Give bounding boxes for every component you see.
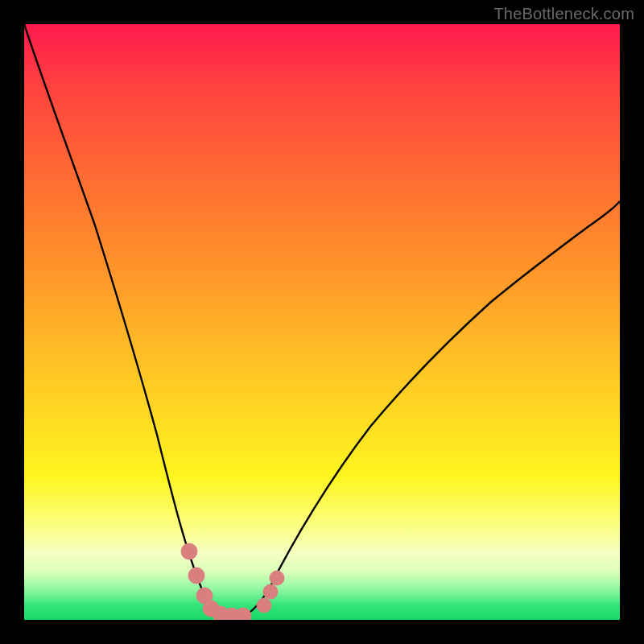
curve-layer xyxy=(24,24,620,620)
watermark-text: TheBottleneck.com xyxy=(493,5,634,23)
bottleneck-curve xyxy=(24,24,620,618)
marker-dot xyxy=(235,608,251,620)
marker-dot xyxy=(263,584,278,599)
marker-dot xyxy=(270,571,284,585)
plot-area xyxy=(24,24,620,620)
marker-dot xyxy=(181,543,197,559)
outer-frame: TheBottleneck.com xyxy=(0,0,644,644)
marker-dot xyxy=(257,598,271,613)
marker-group xyxy=(181,543,284,620)
marker-dot xyxy=(188,568,204,584)
